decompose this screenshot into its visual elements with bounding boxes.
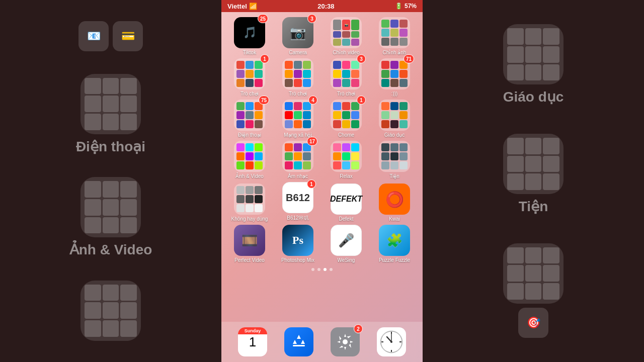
app-tiktok[interactable]: 🎵 25 Tiktok — [229, 17, 270, 55]
app-mangxahoi[interactable]: 4 Mạng xã hội — [277, 100, 318, 138]
giaoduc-label: Giáo dục — [384, 132, 405, 138]
app-defekt[interactable]: DEFEKT Defekt — [326, 184, 367, 222]
photoshopmix-label: Photoshop Mix — [281, 257, 314, 263]
tien-label: Tiện — [389, 173, 399, 179]
camera-icon: 📷 3 — [282, 17, 313, 48]
trochoi3-badge: 3 — [357, 54, 366, 63]
carrier-label: Viettel — [227, 3, 247, 10]
bg-left-folder3 — [80, 281, 141, 341]
amnhac-badge: 17 — [307, 137, 317, 146]
app-row-3: 75 Điện thoại 4 Mạng xã hội — [225, 100, 419, 138]
app-chinhvideo[interactable]: 📸 Chỉnh video — [326, 17, 367, 55]
status-time: 20:38 — [317, 3, 334, 10]
app-grid: 🎵 25 Tiktok 📷 3 Camera 📸 — [221, 12, 423, 322]
app-joyyy[interactable]: 71 :))) — [374, 58, 415, 97]
perfectvideo-icon: 🎞️ — [234, 225, 265, 256]
app-photoshopmix[interactable]: Ps Photoshop Mix — [277, 225, 318, 263]
dock-appstore[interactable] — [281, 327, 317, 356]
svg-point-1 — [343, 339, 348, 344]
trochoi3-label: Trò chơi — [337, 91, 355, 97]
app-wesing[interactable]: 🎤 WeSing — [326, 225, 367, 263]
app-row-6: 🎞️ Perfect Video Ps Photoshop Mix 🎤 WeSi… — [225, 225, 419, 263]
tiktok-badge: 25 — [258, 14, 268, 23]
trochoi2-folder-icon — [282, 58, 313, 89]
chinhvideo-label: Chỉnh video — [333, 50, 360, 55]
bg-gmail-icon: 📧 — [78, 21, 109, 51]
app-trochoi1[interactable]: 1 Trò chơi — [229, 58, 270, 97]
app-trochoi3[interactable]: 3 Trò chơi — [326, 58, 367, 97]
khonghaydung-label: Không hay dùng — [231, 216, 268, 222]
dock-calendar[interactable]: Sunday 1 — [234, 327, 271, 356]
trochoi3-folder-icon: 3 — [331, 58, 362, 89]
tiktok-icon: 🎵 25 — [234, 17, 265, 48]
bg-right-top: Giáo dục — [503, 24, 564, 105]
status-bar: Viettel 📶 20:38 🔋 57% — [221, 0, 423, 12]
kwai-icon: ⭕ — [379, 184, 410, 215]
app-row-2: 1 Trò chơi Trò chơi — [225, 58, 419, 97]
b612-badge: 1 — [307, 179, 316, 189]
app-amnhac[interactable]: 17 Âm nhạc — [277, 141, 318, 179]
bg-left-bottom — [80, 281, 141, 341]
defekt-icon: DEFEKT — [331, 184, 362, 215]
joyyy-label: :))) — [391, 91, 398, 97]
dienthoai-folder-icon: 75 — [234, 100, 265, 131]
giaoduc-folder-icon — [379, 100, 410, 131]
joyyy-badge: 71 — [404, 54, 414, 63]
mangxahoi-label: Mạng xã hội — [284, 132, 311, 138]
perfectvideo-label: Perfect Video — [234, 257, 265, 263]
app-relax[interactable]: Relax — [326, 141, 367, 179]
app-b612[interactable]: B612 1 B612咔叽 — [277, 182, 318, 222]
bg-right-single: 🎯 — [518, 308, 548, 338]
relax-folder-icon — [331, 141, 362, 172]
app-khonghaydung[interactable]: Không hay dùng — [229, 184, 270, 222]
clock-icon — [377, 327, 406, 356]
joyyy-folder-icon: 71 — [379, 58, 410, 89]
background-left: 📧 💳 Điện thoại Ảnh & — [0, 0, 221, 362]
bg-paypal-icon: 💳 — [113, 21, 143, 51]
bg-left-top: 📧 💳 — [78, 21, 143, 51]
battery-icon: 🔋 — [395, 3, 403, 10]
chome-badge: 1 — [357, 96, 366, 105]
bg-right-mid: Tiện — [503, 134, 564, 215]
app-dienthoai[interactable]: 75 Điện thoại — [229, 100, 270, 138]
anhvideo-label: Ảnh & Video — [235, 173, 264, 179]
app-tien[interactable]: Tiện — [374, 141, 415, 179]
calendar-icon: Sunday 1 — [238, 327, 267, 356]
photoshopmix-icon: Ps — [282, 225, 313, 256]
chinhanh-folder-icon — [379, 17, 410, 48]
app-trochoi2[interactable]: Trò chơi — [277, 58, 318, 97]
bg-left-mid2: Ảnh & Video — [69, 177, 152, 258]
bg-right-bottom: 🎯 — [503, 243, 564, 338]
app-giaoduc[interactable]: Giáo dục — [374, 100, 415, 138]
dock-settings[interactable]: 2 — [327, 327, 363, 356]
page-dots — [225, 266, 419, 273]
app-anhvideo[interactable]: Ảnh & Video — [229, 141, 270, 179]
khonghaydung-folder-icon — [234, 184, 265, 215]
svg-rect-0 — [293, 345, 305, 346]
svg-point-10 — [390, 341, 392, 343]
app-puzzlefuzzle[interactable]: 🧩 Puzzle Fuzzle — [374, 225, 415, 263]
app-camera[interactable]: 📷 3 Camera — [277, 17, 318, 55]
amnhac-label: Âm nhạc — [288, 173, 308, 179]
kwai-label: Kwai — [389, 216, 400, 222]
app-chinhanh[interactable]: Chỉnh ảnh — [374, 17, 415, 55]
b612-label: B612咔叽 — [287, 215, 308, 222]
app-chome[interactable]: 1 Chome — [326, 100, 367, 138]
dock-clock[interactable] — [373, 327, 410, 356]
defekt-label: Defekt — [339, 216, 354, 222]
app-kwai[interactable]: ⭕ Kwai — [374, 184, 415, 222]
background-right: Giáo dục Tiện 🎯 — [423, 0, 644, 362]
app-perfectvideo[interactable]: 🎞️ Perfect Video — [229, 225, 270, 263]
mangxahoi-badge: 4 — [308, 96, 317, 105]
camera-badge: 3 — [307, 14, 316, 23]
app-row-1: 🎵 25 Tiktok 📷 3 Camera 📸 — [225, 17, 419, 55]
bg-right-label2: Tiện — [519, 198, 548, 215]
page-dot-4 — [330, 268, 333, 271]
b612-icon: B612 1 — [282, 182, 313, 213]
bg-right-folder2 — [503, 134, 564, 194]
bg-right-folder1 — [503, 24, 564, 84]
app-row-4: Ảnh & Video 17 Âm nhạc — [225, 141, 419, 179]
settings-badge: 2 — [354, 324, 363, 333]
chinhanh-label: Chỉnh ảnh — [383, 50, 407, 55]
dienthoai-badge: 75 — [259, 96, 269, 105]
